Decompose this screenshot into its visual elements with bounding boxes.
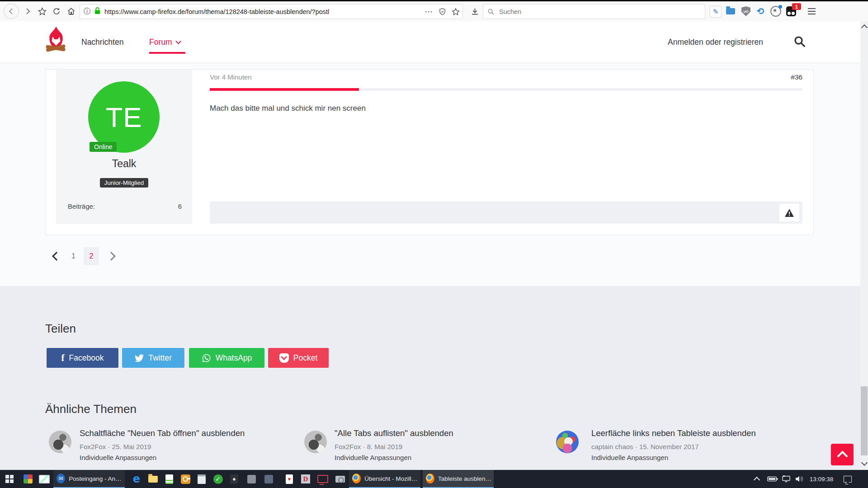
author-name[interactable]: Tealk xyxy=(56,158,192,170)
scrollbar-thumb[interactable] xyxy=(861,386,868,455)
author-panel: TE Online Tealk Junior-Mitglied Beiträge… xyxy=(56,70,192,224)
topic-title[interactable]: Leerfläche links neben Tableiste ausblen… xyxy=(591,428,756,438)
reload-button[interactable] xyxy=(50,1,63,21)
footer-band xyxy=(0,286,860,470)
taskbar-d-app-icon[interactable]: D xyxy=(300,474,311,484)
chevron-down-icon xyxy=(175,38,181,44)
action-center-icon[interactable] xyxy=(841,470,854,488)
search-icon xyxy=(487,8,495,15)
topic-avatar[interactable] xyxy=(556,431,579,453)
task-thunderbird[interactable]: ✉ Posteingang - Andrea... xyxy=(53,470,125,488)
progress-track xyxy=(210,88,802,91)
topic-title[interactable]: Schaltfläche "Neuen Tab öffnen" ausblend… xyxy=(80,428,245,438)
taskbar-app-presentation-icon[interactable] xyxy=(39,474,50,484)
topic-category[interactable]: Individuelle Anpassungen xyxy=(591,454,668,461)
sync-extension-icon[interactable]: ⟲ xyxy=(755,6,766,17)
page-current-2[interactable]: 2 xyxy=(84,247,99,265)
post-timestamp[interactable]: Vor 4 Minuten xyxy=(210,73,252,81)
share-whatsapp-button[interactable]: WhatsApp xyxy=(189,348,264,368)
taskbar-keepass-icon[interactable] xyxy=(180,474,191,484)
taskbar-camera-icon[interactable] xyxy=(335,474,345,484)
page-bookmark-star-icon[interactable] xyxy=(449,5,462,19)
taskbar-app-icon[interactable] xyxy=(246,474,257,484)
nav-forum[interactable]: Forum xyxy=(149,21,180,63)
task-firefox-uebersicht[interactable]: Übersicht - Mozilla Fir... xyxy=(349,470,420,488)
next-page-icon[interactable] xyxy=(107,252,116,261)
share-pocket-button[interactable]: Pocket xyxy=(268,348,329,368)
topic-category[interactable]: Individuelle Anpassungen xyxy=(80,454,156,461)
taskbar-monitor-icon[interactable] xyxy=(317,474,328,484)
login-link[interactable]: Anmelden oder registrieren xyxy=(668,21,763,63)
report-button[interactable] xyxy=(779,204,799,221)
back-button[interactable] xyxy=(3,1,20,21)
prev-page-icon[interactable] xyxy=(52,252,61,261)
rank-badge: Junior-Mitglied xyxy=(56,178,192,188)
start-button[interactable] xyxy=(5,475,14,483)
network-icon[interactable] xyxy=(780,470,792,488)
taskbar-darkcard-icon[interactable]: ♠ xyxy=(229,474,240,484)
bookmark-star-button[interactable] xyxy=(35,1,49,21)
page-info-icon[interactable]: ⓘ xyxy=(84,7,91,16)
taskbar-check-icon[interactable]: ✓ xyxy=(212,474,223,484)
progress-fill xyxy=(210,88,359,91)
back-icon xyxy=(4,4,19,19)
tracking-shield-icon[interactable] xyxy=(435,5,449,19)
page-actions-icon[interactable]: ⋯ xyxy=(422,5,435,19)
note-extension-icon[interactable]: ✎ xyxy=(710,6,722,18)
taskbar-explorer-icon[interactable] xyxy=(147,474,158,484)
pagination: 1 2 xyxy=(47,246,121,266)
page-scrollbar[interactable] xyxy=(860,21,868,470)
task-firefox-tableiste[interactable]: Tableiste ausblenden ... xyxy=(423,470,494,488)
warning-icon xyxy=(784,208,794,217)
task-label: Tableiste ausblenden ... xyxy=(438,475,494,482)
home-icon xyxy=(67,7,75,16)
nav-forum-label: Forum xyxy=(149,38,172,47)
scroll-to-top-button[interactable] xyxy=(831,444,854,465)
volume-icon[interactable] xyxy=(793,470,806,488)
page-link-1[interactable]: 1 xyxy=(71,252,75,260)
tray-expand-icon[interactable] xyxy=(752,470,761,488)
topic-title[interactable]: "Alle Tabs auflisten" ausblenden xyxy=(335,428,453,438)
scrollbar-down-icon[interactable] xyxy=(861,460,868,466)
url-bar[interactable]: ⓘ https://www.camp-firefox.de/forum/them… xyxy=(80,4,463,19)
taskbar-document-icon[interactable] xyxy=(164,474,175,484)
folder-extension-icon[interactable] xyxy=(725,6,736,17)
twitter-label: Twitter xyxy=(148,353,172,363)
post-footer-bar xyxy=(210,202,802,224)
taskbar: ✉ Posteingang - Andrea... e ✓ ♠ ♥ D Über… xyxy=(0,470,868,488)
taskbar-edge-icon[interactable]: e xyxy=(131,474,142,484)
taskbar-clock[interactable]: 13:09:38 xyxy=(807,470,836,488)
home-button[interactable] xyxy=(64,1,78,21)
downloads-button[interactable] xyxy=(467,1,482,21)
topic-category[interactable]: Individuelle Anpassungen xyxy=(335,454,411,461)
taskbar-notepad-icon[interactable] xyxy=(196,474,207,484)
taskbar-app-colorful-icon[interactable] xyxy=(23,474,33,484)
share-twitter-button[interactable]: Twitter xyxy=(122,348,184,368)
post-body-text: Mach das bitte mal und schick mir nen sc… xyxy=(210,104,366,113)
topic-avatar[interactable] xyxy=(49,431,71,453)
reload-icon xyxy=(52,7,61,15)
browser-search-input[interactable] xyxy=(498,8,690,16)
forum-search-button[interactable] xyxy=(793,35,807,50)
extension-badge: 1 xyxy=(792,3,801,10)
share-facebook-button[interactable]: f Facebook xyxy=(47,348,118,368)
forward-button[interactable] xyxy=(21,1,34,21)
post-number[interactable]: #36 xyxy=(791,73,802,81)
hamburger-icon xyxy=(808,8,816,9)
privacy-extension-icon[interactable] xyxy=(770,6,781,17)
taskbar-cards-icon[interactable]: ♥ xyxy=(284,474,295,484)
topic-avatar[interactable] xyxy=(304,431,327,453)
bookmark-star-icon xyxy=(38,7,47,16)
nav-nachrichten[interactable]: Nachrichten xyxy=(81,21,123,63)
campfire-logo[interactable] xyxy=(44,25,68,55)
battery-icon[interactable] xyxy=(766,470,779,488)
taskbar-app-icon[interactable] xyxy=(263,474,274,484)
forward-icon xyxy=(24,8,31,15)
forum-active-underline xyxy=(149,52,185,54)
whatsapp-icon xyxy=(202,353,211,363)
browser-search-bar[interactable] xyxy=(483,4,705,19)
folder-glyph xyxy=(726,8,735,14)
scrollbar-up-icon[interactable] xyxy=(861,24,868,31)
ublock-extension-icon[interactable]: uO xyxy=(741,6,751,17)
menu-button[interactable] xyxy=(804,1,819,21)
